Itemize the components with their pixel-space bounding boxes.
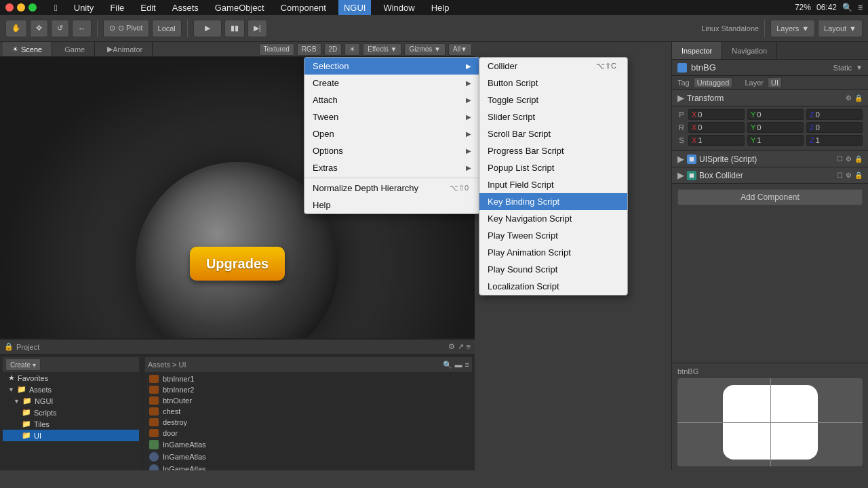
boxcollider-toggle-icon[interactable]: ☐ xyxy=(837,171,843,179)
local-button[interactable]: Local xyxy=(152,20,182,37)
pivot-button[interactable]: ⊙ ⊙ Pivot xyxy=(103,20,149,37)
gameobject-menu[interactable]: GameObject xyxy=(211,0,269,15)
minimize-button[interactable] xyxy=(17,3,25,12)
submenu-playtween-script[interactable]: Play Tween Script xyxy=(479,227,627,244)
asset-list-icon[interactable]: ≡ xyxy=(465,361,469,369)
submenu-popup-script[interactable]: Popup List Script xyxy=(479,159,627,176)
window-menu[interactable]: Window xyxy=(379,0,418,15)
hand-tool[interactable]: ✋ xyxy=(5,20,27,37)
scale-z-field[interactable]: Z 1 xyxy=(806,135,863,146)
scale-tool[interactable]: ↔ xyxy=(72,20,92,37)
submenu-slider-script[interactable]: Slider Script xyxy=(479,108,627,125)
menu-item-create[interactable]: Create ▶ xyxy=(304,75,479,92)
effects-btn[interactable]: Effects ▼ xyxy=(363,43,401,56)
submenu-keybinding-script[interactable]: Key Binding Script xyxy=(479,193,627,210)
static-chevron-icon[interactable]: ▼ xyxy=(856,64,863,71)
uisprite-toggle-icon[interactable]: ☐ xyxy=(837,155,843,163)
submenu-scrollbar-script[interactable]: Scroll Bar Script xyxy=(479,125,627,142)
tree-scripts[interactable]: 📁 Scripts xyxy=(3,407,139,418)
transform-lock-icon[interactable]: 🔒 xyxy=(854,94,863,102)
tab-game[interactable]: Game xyxy=(55,42,95,56)
list-item[interactable]: InGameAtlas xyxy=(146,451,471,463)
move-tool[interactable]: ✥ xyxy=(30,20,48,37)
rot-x-field[interactable]: X 0 xyxy=(688,122,745,133)
uisprite-lock-icon[interactable]: 🔒 xyxy=(854,155,863,163)
menu-item-help[interactable]: Help xyxy=(304,197,479,214)
rot-z-field[interactable]: Z 0 xyxy=(806,122,863,133)
uisprite-header[interactable]: ▶ ■ UISprite (Script) ☐ ⚙ 🔒 xyxy=(672,151,868,167)
list-item[interactable]: btnInner2 xyxy=(146,384,471,395)
menu-item-extras[interactable]: Extras ▶ xyxy=(304,159,479,176)
window-controls[interactable] xyxy=(5,3,37,12)
sun-icon[interactable]: ☀ xyxy=(344,43,360,56)
add-component-button[interactable]: Add Component xyxy=(677,189,863,205)
create-button[interactable]: Create ▾ xyxy=(5,359,41,371)
rot-y-field[interactable]: Y 0 xyxy=(747,122,804,133)
menu-icon[interactable]: ≡ xyxy=(858,3,863,12)
search-icon[interactable]: 🔍 xyxy=(842,3,852,12)
layers-dropdown[interactable]: Layers ▼ xyxy=(770,20,815,37)
boxcollider-lock-icon[interactable]: 🔒 xyxy=(854,171,863,179)
submenu-localization-script[interactable]: Localization Script xyxy=(479,278,627,295)
pos-y-field[interactable]: Y 0 xyxy=(747,109,804,120)
rgb-btn[interactable]: RGB xyxy=(297,43,321,56)
scale-x-field[interactable]: X 1 xyxy=(688,135,745,146)
pos-x-field[interactable]: X 0 xyxy=(688,109,745,120)
boxcollider-header[interactable]: ▶ ■ Box Collider ☐ ⚙ 🔒 xyxy=(672,167,868,184)
menu-item-attach[interactable]: Attach ▶ xyxy=(304,92,479,108)
2d-btn[interactable]: 2D xyxy=(324,43,342,56)
scene-search-btn[interactable]: All▼ xyxy=(448,43,472,56)
close-button[interactable] xyxy=(5,3,14,12)
submenu-playsound-script[interactable]: Play Sound Script xyxy=(479,261,627,278)
list-item[interactable]: door xyxy=(146,428,471,439)
submenu-progressbar-script[interactable]: Progress Bar Script xyxy=(479,142,627,159)
tree-tiles[interactable]: 📁 Tiles xyxy=(3,418,139,430)
component-menu[interactable]: Component xyxy=(277,0,330,15)
tab-inspector[interactable]: Inspector xyxy=(672,42,722,59)
unity-menu[interactable]: Unity xyxy=(70,0,98,15)
tab-navigation[interactable]: Navigation xyxy=(722,42,777,59)
tree-ui[interactable]: 📁 UI xyxy=(3,430,139,441)
transform-header[interactable]: ▶ Transform ⚙ 🔒 xyxy=(672,90,868,106)
menu-item-options[interactable]: Options ▶ xyxy=(304,142,479,159)
list-item[interactable]: InGameAtlas xyxy=(146,439,471,451)
tree-favorites[interactable]: ★ Favorites xyxy=(3,372,139,384)
tab-animator[interactable]: ▶ Animator xyxy=(98,42,153,56)
menu-item-normalize[interactable]: Normalize Depth Hierarchy ⌥⇧0 xyxy=(304,180,479,197)
transform-settings-icon[interactable]: ⚙ xyxy=(846,94,852,102)
step-button[interactable]: ▶| xyxy=(248,20,267,37)
maximize-button[interactable] xyxy=(28,3,37,12)
pos-z-field[interactable]: Z 0 xyxy=(806,109,863,120)
submenu-toggle-script[interactable]: Toggle Script xyxy=(479,92,627,108)
list-item[interactable]: chest xyxy=(146,406,471,417)
help-menu[interactable]: Help xyxy=(427,0,454,15)
object-active-checkbox[interactable] xyxy=(677,63,687,73)
list-item[interactable]: destroy xyxy=(146,417,471,428)
submenu-collider[interactable]: Collider ⌥⇧C xyxy=(479,58,627,75)
layout-dropdown[interactable]: Layout ▼ xyxy=(818,20,863,37)
edit-menu[interactable]: Edit xyxy=(136,0,159,15)
menu-item-open[interactable]: Open ▶ xyxy=(304,125,479,142)
tree-assets[interactable]: ▼ 📁 Assets xyxy=(3,384,139,395)
list-item[interactable]: btnInner1 xyxy=(146,373,471,384)
pause-button[interactable]: ▮▮ xyxy=(224,20,245,37)
assets-menu[interactable]: Assets xyxy=(168,0,203,15)
play-button[interactable]: ▶ xyxy=(193,20,222,37)
file-menu[interactable]: File xyxy=(106,0,128,15)
ngui-menu-btn[interactable]: NGUI xyxy=(338,0,372,15)
apple-menu[interactable]:  xyxy=(50,0,62,15)
asset-grid-icon[interactable]: ▬ xyxy=(455,361,462,369)
upgrades-button[interactable]: Upgrades xyxy=(190,247,285,281)
scale-y-field[interactable]: Y 1 xyxy=(747,135,804,146)
menu-item-tween[interactable]: Tween ▶ xyxy=(304,108,479,125)
menu-item-selection[interactable]: Selection ▶ xyxy=(304,58,479,75)
gizmos-btn[interactable]: Gizmos ▼ xyxy=(404,43,446,56)
tag-dropdown[interactable]: Untagged xyxy=(694,77,733,88)
project-maximize-icon[interactable]: ↗ xyxy=(458,342,464,351)
rotate-tool[interactable]: ↺ xyxy=(51,20,69,37)
submenu-keynavigation-script[interactable]: Key Navigation Script xyxy=(479,210,627,227)
project-options-icon[interactable]: ⚙ xyxy=(448,342,455,351)
textured-btn[interactable]: Textured xyxy=(259,43,294,56)
layer-dropdown[interactable]: UI xyxy=(768,77,782,88)
list-item[interactable]: InGameAtlas xyxy=(146,463,471,470)
